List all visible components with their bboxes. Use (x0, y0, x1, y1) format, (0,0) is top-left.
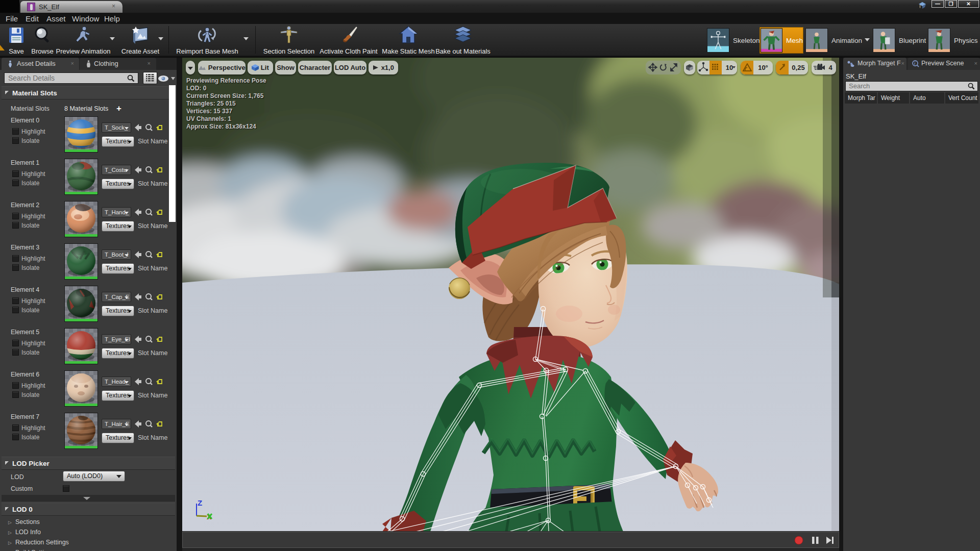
svg-text:i: i (914, 61, 916, 66)
svg-text:Z: Z (198, 498, 202, 507)
